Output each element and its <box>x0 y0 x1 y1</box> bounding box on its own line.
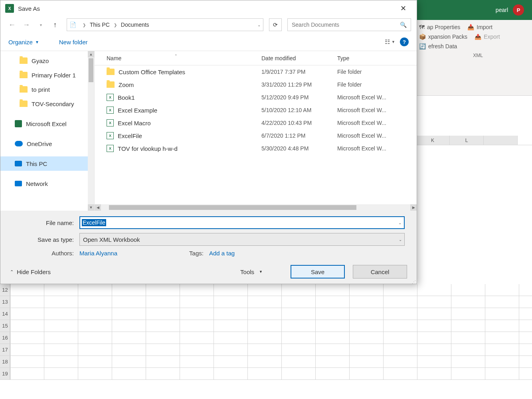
ribbon-refresh-data[interactable]: 🔄efresh Data <box>419 43 457 49</box>
resize-grip-icon[interactable]: ⋰ <box>412 281 416 283</box>
chevron-down-icon[interactable]: ⌄ <box>399 237 402 242</box>
scroll-down-icon[interactable]: ▼ <box>88 204 94 211</box>
address-dropdown-icon[interactable]: ⌄ <box>257 23 261 27</box>
forward-button[interactable]: → <box>20 19 32 31</box>
tools-button[interactable]: Tools ▼ <box>240 269 263 275</box>
back-button[interactable]: ← <box>6 19 18 31</box>
column-header[interactable] <box>484 136 518 145</box>
column-header[interactable]: K <box>416 136 450 145</box>
file-row[interactable]: Zoom3/31/2020 11:29 PMFile folder <box>95 78 417 91</box>
file-date: 5/12/2020 9:49 PM <box>258 94 334 101</box>
excel-file-icon <box>107 107 114 114</box>
file-row[interactable]: Book15/12/2020 9:49 PMMicrosoft Excel W.… <box>95 91 417 104</box>
scroll-thumb[interactable] <box>89 58 93 82</box>
ribbon-expansion-packs[interactable]: 📦xpansion Packs <box>419 34 467 40</box>
user-avatar[interactable]: P <box>513 4 524 16</box>
chevron-right-icon[interactable]: ❯ <box>83 23 86 27</box>
search-icon[interactable]: 🔍 <box>400 22 407 28</box>
location-icon: 📄 <box>69 22 76 28</box>
file-name: ExcelFile <box>118 132 142 139</box>
sidebar-item-gyazo[interactable]: Gyazo <box>0 53 94 68</box>
save-form: File name: ExcelFile ⌄ Save as type: Ope… <box>0 211 417 260</box>
organize-button[interactable]: Organize ▼ <box>8 39 39 45</box>
file-name: TOV for vlookup h-w-d <box>118 145 178 152</box>
file-row[interactable]: TOV for vlookup h-w-d5/30/2020 4:48 PMMi… <box>95 142 417 155</box>
user-name[interactable]: pearl <box>496 7 508 13</box>
sidebar-scrollbar[interactable]: ▲ ▼ <box>88 51 94 211</box>
cancel-button[interactable]: Cancel <box>353 265 407 279</box>
scroll-left-icon[interactable]: ◀ <box>95 204 101 211</box>
filename-input[interactable]: ExcelFile ⌄ <box>79 216 405 229</box>
tags-value[interactable]: Add a tag <box>209 250 235 257</box>
breadcrumb-root[interactable]: This PC <box>90 22 110 28</box>
row-header[interactable]: 15 <box>0 320 10 332</box>
address-breadcrumb[interactable]: 📄 ❯ This PC ❯ Documents ⌄ <box>67 18 263 31</box>
refresh-button[interactable]: ⟳ <box>269 18 282 31</box>
row-header[interactable]: 14 <box>0 308 10 320</box>
sidebar-item-label: OneDrive <box>27 140 52 147</box>
file-name: Custom Office Templates <box>119 69 185 75</box>
file-list[interactable]: Custom Office Templates1/9/2017 7:37 PMF… <box>95 65 417 204</box>
sidebar-item-to-print[interactable]: to print <box>0 82 94 97</box>
sidebar-item-network[interactable]: Network <box>0 176 94 191</box>
spreadsheet-rows[interactable]: 12 13 14 15 16 17 18 19 <box>0 284 532 380</box>
sidebar-item-primary-folder-1[interactable]: Primary Folder 1 <box>0 68 94 82</box>
file-type: Microsoft Excel W... <box>334 132 417 139</box>
scroll-thumb[interactable] <box>109 205 356 210</box>
sidebar-item-label: Microsoft Excel <box>26 120 67 127</box>
file-date: 1/9/2017 7:37 PM <box>258 69 334 75</box>
authors-value[interactable]: Maria Alyanna <box>79 250 117 257</box>
row-header[interactable]: 13 <box>0 296 10 308</box>
chevron-right-icon[interactable]: ❯ <box>114 23 117 27</box>
row-header[interactable]: 16 <box>0 332 10 344</box>
view-options-button[interactable]: ☷ ▼ <box>385 38 395 45</box>
sidebar-item-this-pc[interactable]: This PC <box>0 156 94 171</box>
save-button[interactable]: Save <box>291 265 345 279</box>
breadcrumb-current[interactable]: Documents <box>121 22 149 28</box>
savetype-label: Save as type: <box>12 236 79 243</box>
dialog-button-bar: ⌃ Hide Folders Tools ▼ Save Cancel <box>0 260 417 284</box>
dialog-title: Save As <box>18 5 395 12</box>
sidebar-item-label: Gyazo <box>32 57 49 64</box>
chevron-down-icon[interactable]: ⌄ <box>398 221 401 225</box>
new-folder-button[interactable]: New folder <box>59 39 88 45</box>
file-date: 5/30/2020 4:48 PM <box>258 145 334 152</box>
search-box[interactable]: 🔍 <box>287 18 411 31</box>
horizontal-scrollbar[interactable]: ◀ ▶ <box>95 204 417 211</box>
authors-label: Authors: <box>12 250 79 257</box>
file-list-pane: Name ⌃ Date modified Type Custom Office … <box>95 51 417 211</box>
column-date-modified[interactable]: Date modified <box>258 55 334 61</box>
hide-folders-button[interactable]: ⌃ Hide Folders <box>10 269 51 275</box>
column-type[interactable]: Type <box>334 55 417 61</box>
column-name[interactable]: Name ⌃ <box>95 55 258 61</box>
scroll-right-icon[interactable]: ▶ <box>410 204 417 211</box>
excel-app-icon <box>5 4 14 13</box>
ribbon-import[interactable]: 📥Import <box>467 24 492 30</box>
sidebar-item-microsoft-excel[interactable]: Microsoft Excel <box>0 117 94 131</box>
row-header[interactable]: 18 <box>0 356 10 367</box>
sidebar-item-onedrive[interactable]: OneDrive <box>0 136 94 151</box>
search-input[interactable] <box>292 22 400 28</box>
sidebar-item-tov-secondary[interactable]: TOV-Secondary <box>0 97 94 111</box>
file-row[interactable]: ExcelFile6/7/2020 1:12 PMMicrosoft Excel… <box>95 129 417 142</box>
dialog-titlebar[interactable]: Save As ✕ <box>0 0 417 16</box>
ribbon-map-properties[interactable]: 🗺ap Properties <box>419 24 460 30</box>
column-header[interactable]: L <box>450 136 484 145</box>
row-header[interactable]: 12 <box>0 284 10 296</box>
scroll-up-icon[interactable]: ▲ <box>88 51 94 57</box>
row-header[interactable]: 19 <box>0 368 10 379</box>
savetype-select[interactable]: Open XML Workbook ⌄ <box>79 233 405 246</box>
row-header[interactable]: 17 <box>0 344 10 356</box>
recent-locations-button[interactable]: ▾ <box>35 19 47 31</box>
up-button[interactable]: ↑ <box>49 19 61 31</box>
file-row[interactable]: Custom Office Templates1/9/2017 7:37 PMF… <box>95 65 417 78</box>
file-row[interactable]: Excel Macro4/22/2020 10:43 PMMicrosoft E… <box>95 117 417 129</box>
filename-value[interactable]: ExcelFile <box>82 219 106 226</box>
chevron-down-icon: ▼ <box>392 40 395 44</box>
help-button[interactable]: ? <box>400 38 409 46</box>
navigation-tree[interactable]: GyazoPrimary Folder 1to printTOV-Seconda… <box>0 51 95 211</box>
file-list-header[interactable]: Name ⌃ Date modified Type <box>95 51 417 65</box>
close-button[interactable]: ✕ <box>395 2 412 14</box>
file-row[interactable]: Excel Example5/10/2020 12:10 AMMicrosoft… <box>95 104 417 117</box>
filename-label: File name: <box>12 219 79 226</box>
